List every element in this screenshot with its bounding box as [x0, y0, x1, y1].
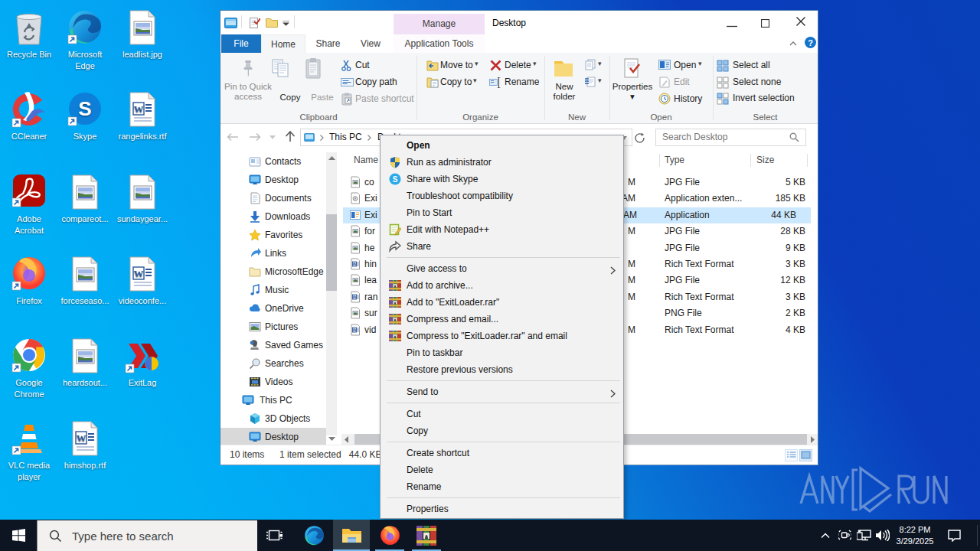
- svg-text:?: ?: [808, 38, 813, 47]
- svg-text:S: S: [78, 97, 91, 120]
- svg-text:S: S: [393, 175, 398, 184]
